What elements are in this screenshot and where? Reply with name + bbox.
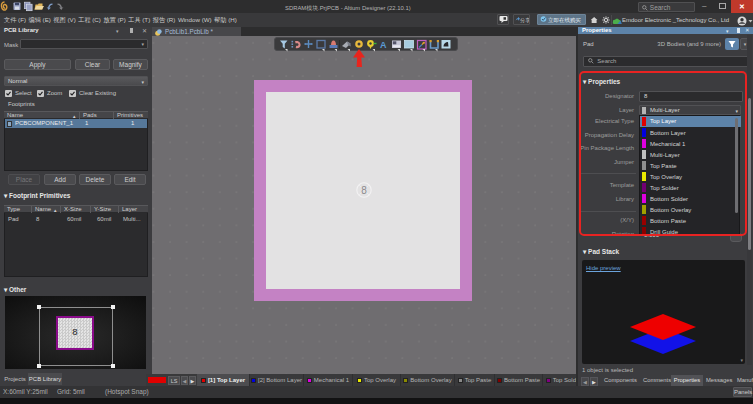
- svg-text:8: 8: [361, 185, 367, 196]
- svg-text:A: A: [380, 40, 387, 50]
